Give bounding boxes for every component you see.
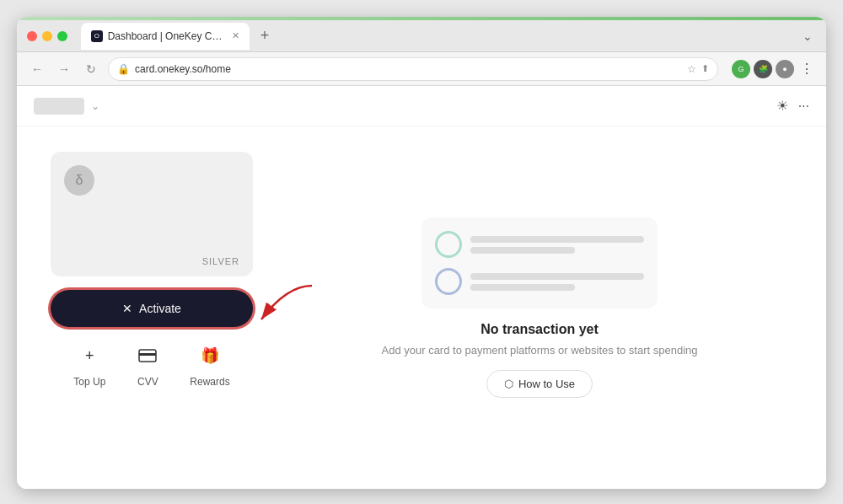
placeholder-lines-1: [470, 236, 644, 254]
browser-controls-right: ⌄: [799, 28, 816, 45]
empty-state: No transaction yet Add your card to paym…: [381, 322, 697, 357]
address-bar-row: ← → ↻ 🔒 card.onekey.so/home ☆ ⬆ G 🧩 ● ⋮: [17, 52, 826, 86]
cvv-icon: [132, 340, 163, 371]
more-options-icon[interactable]: ⋮: [797, 60, 816, 78]
placeholder-line-short: [470, 247, 575, 254]
page-content: ⌄ ☀ ··· δ SILVER ✕: [17, 86, 826, 489]
activate-button[interactable]: ✕ Activate: [51, 290, 253, 327]
svg-rect-2: [139, 353, 156, 356]
activate-icon: ✕: [122, 302, 132, 315]
brightness-icon[interactable]: ☀: [776, 98, 788, 114]
address-bar-right-icons: ☆ ⬆: [687, 63, 709, 75]
logo: [34, 98, 84, 115]
transaction-placeholder-card: [422, 217, 658, 308]
browser-window: O Dashboard | OneKey Card ✕ + ⌄ ← → ↻ 🔒 …: [17, 17, 826, 489]
how-to-use-button[interactable]: ⬡ How to Use: [486, 370, 593, 398]
more-icon[interactable]: ···: [798, 99, 809, 114]
right-panel: No transaction yet Add your card to paym…: [287, 152, 792, 464]
how-to-use-icon: ⬡: [504, 378, 513, 390]
refresh-button[interactable]: ↻: [81, 59, 101, 79]
placeholder-circle-1: [435, 231, 462, 258]
traffic-lights: [27, 31, 67, 41]
placeholder-row-1: [435, 231, 644, 258]
tab-title: Dashboard | OneKey Card: [108, 30, 223, 42]
no-transaction-subtitle: Add your card to payment platforms or we…: [381, 344, 697, 357]
tab-favicon: O: [91, 30, 103, 42]
profile-icon-green[interactable]: G: [732, 60, 750, 78]
top-up-action[interactable]: + Top Up: [73, 340, 105, 388]
action-row: + Top Up CVV 🎁 Re: [73, 340, 229, 388]
placeholder-lines-2: [470, 273, 644, 291]
window-chevron-icon[interactable]: ⌄: [799, 28, 816, 45]
cvv-action[interactable]: CVV: [132, 340, 163, 388]
profile-icon-dark[interactable]: ●: [776, 60, 794, 78]
activate-button-container: ✕ Activate: [51, 290, 253, 327]
lock-icon: 🔒: [117, 63, 130, 75]
placeholder-line-long: [470, 236, 644, 243]
top-up-label: Top Up: [73, 376, 105, 388]
address-bar[interactable]: 🔒 card.onekey.so/home ☆ ⬆: [108, 57, 718, 81]
placeholder-circle-2: [435, 268, 462, 295]
top-up-icon: +: [74, 340, 105, 371]
how-to-use-label: How to Use: [518, 378, 575, 390]
cvv-label: CVV: [137, 376, 158, 388]
left-panel: δ SILVER ✕ Activate: [51, 152, 253, 464]
placeholder-line-short-2: [470, 284, 575, 291]
logo-chevron-icon[interactable]: ⌄: [91, 100, 99, 112]
logo-area: ⌄: [34, 98, 99, 115]
card-icon: δ: [64, 165, 94, 196]
rewards-action[interactable]: 🎁 Rewards: [190, 340, 229, 388]
active-tab[interactable]: O Dashboard | OneKey Card ✕: [81, 23, 250, 50]
main-area: δ SILVER ✕ Activate: [17, 126, 826, 489]
page-top-icons: ☀ ···: [776, 98, 809, 114]
minimize-button[interactable]: [42, 31, 52, 41]
placeholder-line-long-2: [470, 273, 644, 280]
rewards-label: Rewards: [190, 376, 229, 388]
tab-close-icon[interactable]: ✕: [232, 30, 239, 41]
placeholder-row-2: [435, 268, 644, 295]
page-top-bar: ⌄ ☀ ···: [17, 86, 826, 126]
browser-action-icons: G 🧩 ● ⋮: [732, 60, 816, 78]
card-tier-label: SILVER: [202, 256, 239, 266]
rewards-icon: 🎁: [195, 340, 225, 371]
activate-label: Activate: [139, 302, 181, 315]
card-visual: δ SILVER: [51, 152, 253, 276]
bookmark-icon[interactable]: ☆: [687, 63, 696, 75]
no-transaction-title: No transaction yet: [481, 322, 599, 337]
url-text: card.onekey.so/home: [135, 63, 231, 75]
new-tab-button[interactable]: +: [253, 24, 277, 48]
tab-bar: O Dashboard | OneKey Card ✕ +: [81, 23, 792, 50]
extensions-icon[interactable]: 🧩: [754, 60, 772, 78]
back-button[interactable]: ←: [27, 59, 47, 79]
share-icon[interactable]: ⬆: [701, 63, 709, 74]
forward-button[interactable]: →: [54, 59, 74, 79]
title-bar: O Dashboard | OneKey Card ✕ + ⌄: [17, 20, 826, 52]
maximize-button[interactable]: [57, 31, 67, 41]
close-button[interactable]: [27, 31, 37, 41]
